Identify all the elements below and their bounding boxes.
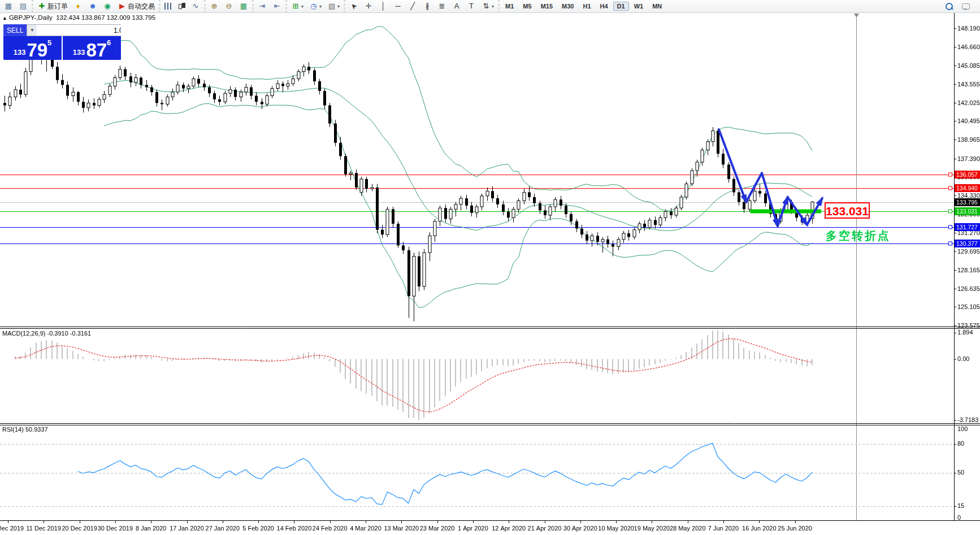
indicators-caret-icon[interactable]: ▾ [301, 4, 303, 9]
fibonacci-button[interactable]: ≣ [435, 1, 449, 12]
one-click-prices: 133 79 5 133 87 6 [3, 36, 121, 60]
community-button[interactable]: ☻ [86, 1, 99, 12]
chart-canvas[interactable] [0, 0, 980, 535]
zoom-out-button[interactable]: ⊖ [222, 1, 236, 12]
timeframe-h4[interactable]: H4 [596, 2, 612, 11]
new-chart-button[interactable]: ▦ [2, 1, 15, 12]
text-label-button[interactable]: T [465, 1, 478, 12]
mt4-window: ▦▤✚新订单♦☻◉▶自动交易∿⊕⊖▦⇥⇤⊞▾◷▾▧▾➤✛│─╱∦≣AT⇅▾M1M… [0, 0, 980, 535]
chart-bars-icon [164, 3, 172, 10]
price-tag-136.057: 136.057 [955, 171, 980, 179]
sell-price-big: 79 [27, 42, 47, 58]
trendline-button[interactable]: ╱ [406, 1, 419, 12]
price-tag-130.377: 130.377 [955, 240, 980, 247]
chart-header: ▲GBPJPY-,Daily 132.434 133.867 132.009 1… [2, 14, 155, 21]
timeframe-h1[interactable]: H1 [579, 2, 595, 11]
autotrade-icon: ▶ [118, 2, 127, 11]
community-icon: ☻ [88, 2, 97, 11]
indicators-button[interactable]: ⊞▾ [289, 1, 306, 12]
horizontal-line-button[interactable]: ─ [391, 1, 405, 12]
volume-stepper: ▼ ▲ [27, 24, 121, 36]
timeframe-w1[interactable]: W1 [630, 2, 648, 11]
new-chart-icon: ▦ [4, 2, 13, 11]
turning-point-annotation: 多空转折点 [826, 228, 891, 243]
auto-scroll-button[interactable]: ⇥ [255, 1, 269, 12]
signals-button[interactable]: ◉ [101, 1, 114, 12]
chart-candles-icon [177, 3, 185, 10]
new-order-label: 新订单 [47, 2, 68, 11]
timeframe-d1[interactable]: D1 [613, 2, 629, 11]
timeframe-m5[interactable]: M5 [519, 2, 535, 11]
zoom-out-icon: ⊖ [224, 2, 233, 11]
chat-icon [962, 3, 970, 10]
chart-line-icon: ∿ [191, 2, 200, 11]
price-level-annotation: 133.031 [825, 202, 870, 219]
vertical-line-icon: │ [379, 2, 388, 11]
chart-line-button[interactable]: ∿ [189, 1, 202, 12]
toolbar-group: ∿ [159, 0, 204, 12]
volume-input[interactable] [37, 25, 121, 36]
tile-windows-icon: ▦ [239, 2, 248, 11]
macd-indicator-label: MACD(12,26,9) -0.3910 -0.3161 [2, 330, 91, 337]
tile-windows-button[interactable]: ▦ [237, 1, 250, 12]
price-tag-133.795: 133.795 [955, 198, 980, 206]
one-click-trading-panel: SELL ▼ ▲ BUY 133 79 5 133 87 6 [3, 24, 121, 60]
text-label-icon: T [467, 2, 476, 11]
buy-price-base: 133 [73, 48, 85, 56]
profiles-button[interactable]: ▤ [16, 1, 30, 12]
toolbar-group: ⊕⊖▦ [204, 0, 252, 12]
sell-price-base: 133 [14, 48, 26, 56]
timeframe-m30[interactable]: M30 [558, 2, 578, 11]
zoom-in-icon: ⊕ [210, 2, 219, 11]
indicators-icon: ⊞ [291, 2, 300, 11]
periods-caret-icon[interactable]: ▾ [319, 4, 322, 9]
timeframe-group: M1M5M15M30H1H4D1W1MN [498, 0, 667, 12]
volume-decrease-button[interactable]: ▼ [27, 25, 37, 36]
text-button[interactable]: A [450, 1, 463, 12]
sell-price[interactable]: 133 79 5 [3, 36, 63, 60]
cursor-icon: ➤ [348, 0, 361, 12]
autotrade-button[interactable]: ▶自动交易 [115, 1, 157, 12]
symbol-ohlc: 132.434 133.867 132.009 133.795 [56, 14, 155, 21]
chart-shift-icon: ⇤ [272, 2, 281, 11]
search-button[interactable] [942, 1, 957, 12]
crosshair-icon: ✛ [364, 2, 373, 11]
vertical-line-button[interactable]: │ [376, 1, 390, 12]
templates-button[interactable]: ▧▾ [325, 1, 342, 12]
new-order-icon: ✚ [37, 2, 46, 11]
chat-button[interactable] [958, 1, 974, 12]
toolbar-right [941, 1, 980, 12]
buy-price-big: 87 [86, 42, 107, 58]
toolbar-group: ➤✛│─╱∦≣AT⇅▾ [344, 0, 498, 12]
buy-price[interactable]: 133 87 6 [63, 36, 121, 60]
periods-button[interactable]: ◷▾ [307, 1, 324, 12]
arrows-caret-icon[interactable]: ▾ [492, 4, 494, 9]
new-order-button[interactable]: ✚新订单 [35, 1, 70, 12]
channel-button[interactable]: ∦ [420, 1, 434, 12]
zoom-in-button[interactable]: ⊕ [207, 1, 221, 12]
chart-shift-button[interactable]: ⇤ [270, 1, 284, 12]
arrows-button[interactable]: ⇅▾ [479, 1, 496, 12]
signals-icon: ◉ [103, 2, 112, 11]
timeframe-m15[interactable]: M15 [537, 2, 557, 11]
crosshair-button[interactable]: ✛ [362, 1, 375, 12]
toolbar-group: ⊞▾◷▾▧▾ [285, 0, 344, 12]
autotrade-label: 自动交易 [128, 2, 155, 11]
chart-bars-button[interactable] [162, 1, 174, 12]
horizontal-line-icon: ─ [393, 2, 402, 11]
channel-icon: ∦ [423, 2, 432, 11]
timeframe-mn[interactable]: MN [648, 2, 666, 11]
vps-icon: ♦ [73, 2, 83, 11]
toolbar: ▦▤✚新订单♦☻◉▶自动交易∿⊕⊖▦⇥⇤⊞▾◷▾▧▾➤✛│─╱∦≣AT⇅▾M1M… [0, 0, 980, 13]
oneclick-collapse-icon[interactable]: ▲ [2, 15, 7, 21]
price-tag-131.727: 131.727 [955, 223, 980, 231]
search-icon [946, 3, 953, 10]
profiles-icon: ▤ [19, 2, 28, 11]
timeframe-m1[interactable]: M1 [501, 2, 518, 11]
templates-caret-icon[interactable]: ▾ [337, 4, 340, 9]
sell-button[interactable]: SELL [3, 24, 27, 36]
vps-button[interactable]: ♦ [71, 1, 85, 12]
chart-candles-button[interactable] [175, 1, 188, 12]
auto-scroll-icon: ⇥ [258, 2, 267, 11]
cursor-button[interactable]: ➤ [347, 1, 361, 12]
